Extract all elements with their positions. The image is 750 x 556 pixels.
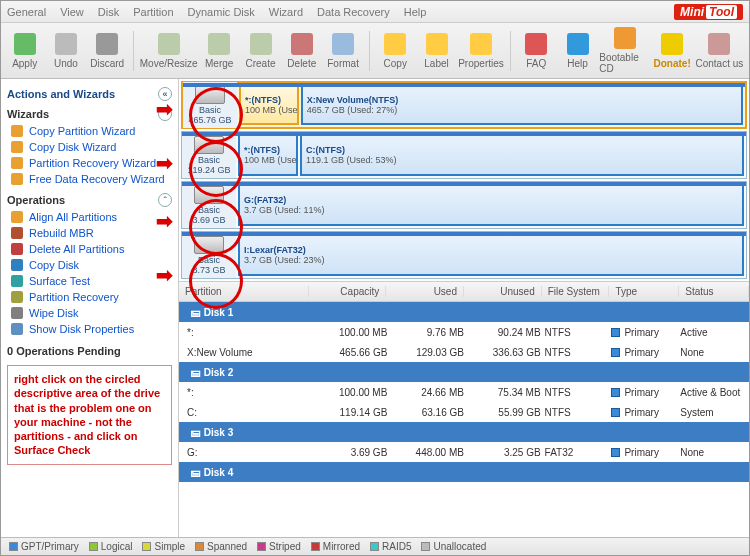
operation-partition-recovery[interactable]: Partition Recovery [7,289,172,305]
partition-block[interactable]: C:(NTFS)119.1 GB (Used: 53%) [300,134,744,176]
disk-row-4[interactable]: Basic3.73 GBI:Lexar(FAT32)3.7 GB (Used: … [181,231,747,279]
toolbar: ApplyUndoDiscardMove/ResizeMergeCreateDe… [1,23,749,79]
disk-icon[interactable]: Basic465.76 GB [183,82,237,128]
operation-align-all-partitions[interactable]: Align All Partitions [7,209,172,225]
col-used[interactable]: Used [386,286,464,297]
properties-button[interactable]: Properties [458,27,504,75]
toolbar-icon [426,33,448,55]
partition-container: *:(NTFS)100 MB (Used:X:New Volume(NTFS)4… [237,83,745,127]
move-resize-button[interactable]: Move/Resize [140,27,198,75]
partition-block[interactable]: I:Lexar(FAT32)3.7 GB (Used: 23%) [238,234,744,276]
menu-disk[interactable]: Disk [98,6,119,18]
create-button[interactable]: Create [241,27,280,75]
col-unused[interactable]: Unused [464,286,542,297]
partition-block[interactable]: X:New Volume(NTFS)465.7 GB (Used: 27%) [301,85,743,125]
table-row[interactable]: *:100.00 MB9.76 MB90.24 MBNTFSPrimaryAct… [179,322,749,342]
delete-button[interactable]: Delete [282,27,321,75]
menu-view[interactable]: View [60,6,84,18]
legend-simple: Simple [142,541,185,552]
disk-group-header[interactable]: 🖴 Disk 4 [179,462,749,482]
donate--button[interactable]: Donate! [652,27,691,75]
legend-raid-: RAID5 [370,541,411,552]
toolbar-label: Donate! [654,58,691,69]
disk-map: Basic465.76 GB*:(NTFS)100 MB (Used:X:New… [179,79,749,281]
wizard-copy-partition-wizard[interactable]: Copy Partition Wizard [7,123,172,139]
operation-show-disk-properties[interactable]: Show Disk Properties [7,321,172,337]
collapse-wizards-icon[interactable]: ˆ [158,107,172,121]
label-button[interactable]: Label [417,27,456,75]
toolbar-label: FAQ [526,58,546,69]
partition-block[interactable]: G:(FAT32)3.7 GB (Used: 11%) [238,184,744,226]
col-type[interactable]: Type [609,286,679,297]
toolbar-icon [332,33,354,55]
menu-dynamic-disk[interactable]: Dynamic Disk [188,6,255,18]
partition-block[interactable]: *:(NTFS)100 MB (Used: [238,134,298,176]
wizard-copy-disk-wizard[interactable]: Copy Disk Wizard [7,139,172,155]
menu-partition[interactable]: Partition [133,6,173,18]
operation-surface-test[interactable]: Surface Test [7,273,172,289]
disk-group-header[interactable]: 🖴 Disk 1 [179,302,749,322]
disk-group-header[interactable]: 🖴 Disk 2 [179,362,749,382]
operation-copy-disk[interactable]: Copy Disk [7,257,172,273]
collapse-ops-icon[interactable]: ˆ [158,193,172,207]
toolbar-icon [14,33,36,55]
table-row[interactable]: *:100.00 MB24.66 MB75.34 MBNTFSPrimaryAc… [179,382,749,402]
merge-button[interactable]: Merge [200,27,239,75]
col-status[interactable]: Status [679,286,749,297]
toolbar-icon [384,33,406,55]
disk-row-1[interactable]: Basic465.76 GB*:(NTFS)100 MB (Used:X:New… [181,81,747,129]
disk-row-3[interactable]: Basic3.69 GBG:(FAT32)3.7 GB (Used: 11%) [181,181,747,229]
disk-icon[interactable]: Basic3.73 GB [182,232,236,278]
format-button[interactable]: Format [323,27,362,75]
operation-wipe-disk[interactable]: Wipe Disk [7,305,172,321]
toolbar-icon [470,33,492,55]
apply-button[interactable]: Apply [5,27,44,75]
wizard-list: Copy Partition WizardCopy Disk WizardPar… [7,123,172,187]
operation-delete-all-partitions[interactable]: Delete All Partitions [7,241,172,257]
menu-help[interactable]: Help [404,6,427,18]
discard-button[interactable]: Discard [88,27,127,75]
toolbar-label: Merge [205,58,233,69]
separator [133,31,134,71]
list-icon [11,243,23,255]
menu-data-recovery[interactable]: Data Recovery [317,6,390,18]
wizard-free-data-recovery-wizard[interactable]: Free Data Recovery Wizard [7,171,172,187]
list-icon [11,291,23,303]
col-capacity[interactable]: Capacity [309,286,387,297]
disk-icon[interactable]: Basic119.24 GB [182,132,236,178]
bootable-cd-button[interactable]: Bootable CD [599,27,650,75]
table-row[interactable]: C:119.14 GB63.16 GB55.99 GBNTFSPrimarySy… [179,402,749,422]
toolbar-label: Create [246,58,276,69]
table-row[interactable]: X:New Volume465.66 GB129.03 GB336.63 GBN… [179,342,749,362]
collapse-icon[interactable]: « [158,87,172,101]
operation-rebuild-mbr[interactable]: Rebuild MBR [7,225,172,241]
undo-button[interactable]: Undo [46,27,85,75]
disk-group-header[interactable]: 🖴 Disk 3 [179,422,749,442]
help-button[interactable]: Help [558,27,597,75]
disk-icon[interactable]: Basic3.69 GB [182,182,236,228]
col-partition[interactable]: Partition [179,286,309,297]
partition-table: PartitionCapacityUsedUnusedFile SystemTy… [179,281,749,537]
list-label: Surface Test [29,275,90,287]
toolbar-label: Apply [12,58,37,69]
menu-wizard[interactable]: Wizard [269,6,303,18]
wizard-partition-recovery-wizard[interactable]: Partition Recovery Wizard [7,155,172,171]
list-label: Copy Disk Wizard [29,141,116,153]
contact-us-button[interactable]: Contact us [694,27,745,75]
partition-block[interactable]: *:(NTFS)100 MB (Used: [239,85,299,125]
toolbar-icon [614,27,636,49]
toolbar-icon [250,33,272,55]
partition-container: G:(FAT32)3.7 GB (Used: 11%) [236,182,746,228]
operations-list: Align All PartitionsRebuild MBRDelete Al… [7,209,172,337]
list-icon [11,141,23,153]
menu-general[interactable]: General [7,6,46,18]
disk-row-2[interactable]: Basic119.24 GB*:(NTFS)100 MB (Used:C:(NT… [181,131,747,179]
faq-button[interactable]: FAQ [517,27,556,75]
toolbar-label: Copy [384,58,407,69]
table-row[interactable]: G:3.69 GB448.00 MB3.25 GBFAT32PrimaryNon… [179,442,749,462]
list-label: Wipe Disk [29,307,79,319]
copy-button[interactable]: Copy [376,27,415,75]
legend-gpt-primary: GPT/Primary [9,541,79,552]
legend-spanned: Spanned [195,541,247,552]
col-file-system[interactable]: File System [542,286,610,297]
